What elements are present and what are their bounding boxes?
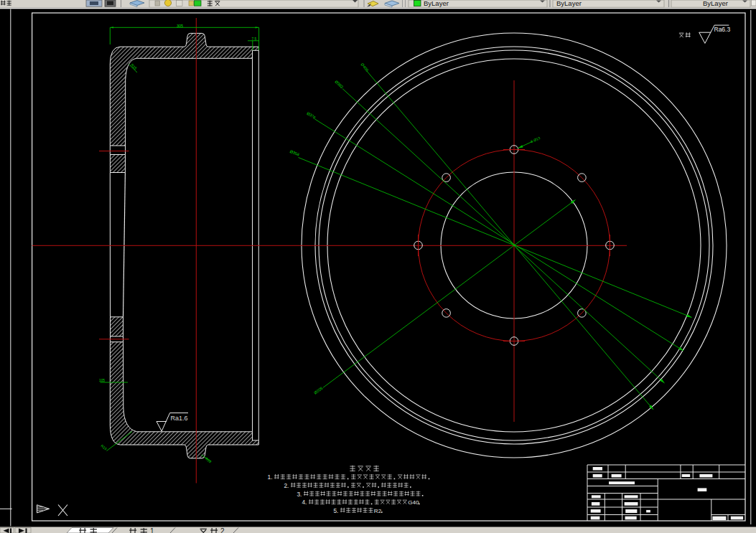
svg-text:R2: R2 — [374, 508, 382, 514]
svg-text:2.: 2. — [284, 482, 289, 489]
svg-text:G40: G40 — [408, 499, 419, 506]
svg-text:5.: 5. — [334, 507, 339, 514]
svg-text:ByLayer: ByLayer — [703, 0, 728, 7]
svg-text:105: 105 — [99, 379, 105, 382]
svg-text:4.: 4. — [302, 499, 307, 506]
svg-text:1: 1 — [150, 527, 154, 533]
svg-text:7.5: 7.5 — [252, 37, 257, 41]
svg-text:Ra1.6: Ra1.6 — [171, 415, 188, 422]
svg-text:2: 2 — [220, 527, 225, 533]
svg-text:305: 305 — [177, 24, 183, 28]
svg-text:ByLayer: ByLayer — [424, 0, 449, 7]
svg-text:ByLayer: ByLayer — [556, 0, 582, 7]
svg-text:3.: 3. — [297, 491, 302, 498]
svg-text:Ra6.3: Ra6.3 — [714, 26, 731, 33]
svg-text:1.: 1. — [268, 473, 273, 481]
